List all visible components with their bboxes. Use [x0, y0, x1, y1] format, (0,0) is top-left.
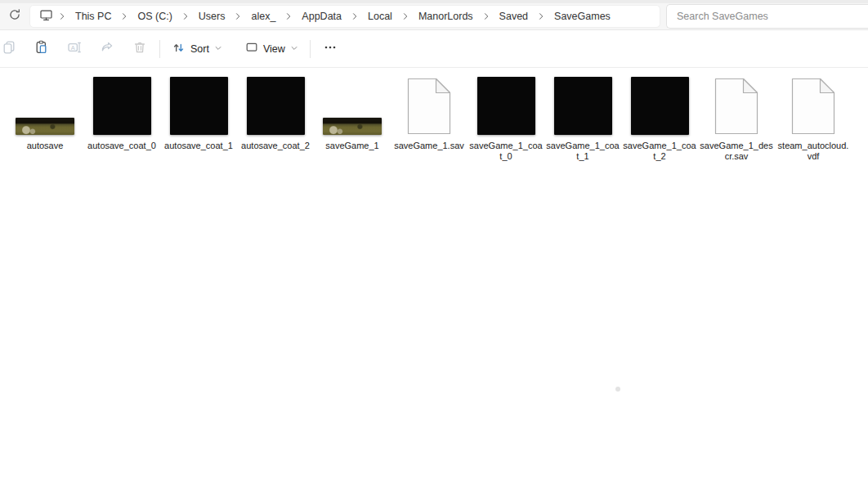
file-item[interactable]: steam_autocloud.vdf — [775, 70, 852, 161]
view-layout-icon — [245, 41, 258, 56]
rename-button[interactable]: A — [58, 35, 91, 63]
file-icon-box — [237, 70, 314, 135]
save-screenshot-thumbnail — [323, 118, 382, 135]
file-icon-box — [160, 70, 237, 135]
svg-text:A: A — [71, 43, 75, 51]
file-label: autosave_coat_1 — [164, 141, 233, 151]
file-grid: autosaveautosave_coat_0autosave_coat_1au… — [0, 68, 868, 161]
document-file-icon — [714, 78, 758, 135]
chevron-down-icon — [290, 43, 298, 55]
search-input[interactable] — [666, 4, 868, 29]
paste-button[interactable] — [25, 35, 58, 63]
copy-button[interactable] — [0, 35, 25, 63]
black-square-thumbnail — [93, 77, 151, 135]
black-square-thumbnail — [477, 77, 535, 135]
chevron-right-icon — [119, 7, 130, 26]
breadcrumb-item[interactable]: Users — [191, 7, 233, 26]
file-icon-box — [391, 70, 468, 135]
sort-arrows-icon — [172, 41, 186, 57]
breadcrumb-item[interactable]: Local — [360, 7, 400, 26]
file-label: saveGame_1_coat_1 — [545, 141, 620, 161]
breadcrumb-item[interactable]: Saved — [492, 7, 535, 26]
refresh-icon — [8, 8, 21, 25]
black-square-thumbnail — [170, 77, 228, 135]
more-options-button[interactable] — [314, 35, 347, 63]
file-label: steam_autocloud.vdf — [776, 141, 851, 161]
navigation-bar: This PCOS (C:)Usersalex_AppDataLocalMano… — [0, 3, 868, 30]
file-label: saveGame_1_coat_2 — [622, 141, 697, 161]
paste-icon — [34, 40, 49, 58]
chevron-right-icon — [535, 7, 547, 26]
chevron-right-icon — [180, 7, 191, 26]
file-label: saveGame_1_descr.sav — [699, 141, 774, 161]
delete-button[interactable] — [123, 35, 156, 63]
file-item[interactable]: saveGame_1 — [314, 70, 391, 151]
save-screenshot-thumbnail — [16, 118, 74, 135]
chevron-right-icon — [481, 7, 492, 26]
sort-button-label: Sort — [190, 43, 209, 55]
file-item[interactable]: saveGame_1_coat_1 — [544, 70, 621, 161]
this-pc-monitor-icon — [39, 8, 53, 25]
file-label: saveGame_1_coat_0 — [468, 141, 544, 161]
file-item[interactable]: autosave_coat_1 — [160, 70, 237, 151]
file-icon-box — [544, 70, 621, 135]
rename-icon: A — [67, 40, 82, 58]
command-toolbar: A Sort View — [0, 30, 868, 68]
file-item[interactable]: autosave — [7, 70, 83, 151]
black-square-thumbnail — [247, 77, 305, 135]
file-item[interactable]: autosave_coat_2 — [237, 70, 314, 151]
file-item[interactable]: autosave_coat_0 — [83, 70, 160, 151]
breadcrumb-item[interactable]: ManorLords — [411, 7, 481, 26]
file-label: autosave — [27, 141, 64, 151]
breadcrumb: This PCOS (C:)Usersalex_AppDataLocalMano… — [56, 7, 618, 26]
chevron-right-icon — [400, 7, 411, 26]
file-icon-box — [83, 70, 160, 135]
share-button[interactable] — [91, 35, 123, 63]
chevron-right-icon — [349, 7, 360, 26]
breadcrumb-item[interactable]: This PC — [68, 7, 119, 26]
file-label: saveGame_1 — [325, 141, 378, 151]
delete-icon — [132, 40, 147, 58]
file-item[interactable]: saveGame_1_coat_2 — [621, 70, 698, 161]
view-button[interactable]: View — [237, 35, 306, 63]
cursor-dot-artifact — [615, 387, 620, 392]
file-icon-box — [698, 70, 775, 135]
breadcrumb-item[interactable]: alex_ — [244, 7, 283, 26]
toolbar-divider — [310, 40, 311, 58]
file-label: autosave_coat_0 — [87, 141, 156, 151]
breadcrumb-item[interactable]: OS (C:) — [130, 7, 179, 26]
chevron-right-icon — [56, 7, 68, 26]
refresh-button[interactable] — [0, 5, 29, 28]
file-label: saveGame_1.sav — [394, 141, 464, 151]
file-icon-box — [7, 70, 83, 135]
breadcrumb-item[interactable]: AppData — [294, 7, 349, 26]
file-item[interactable]: saveGame_1_coat_0 — [468, 70, 544, 161]
sort-button[interactable]: Sort — [163, 35, 230, 63]
breadcrumb-root-button[interactable] — [35, 7, 56, 26]
chevron-down-icon — [214, 43, 222, 55]
breadcrumb-item[interactable]: SaveGames — [547, 7, 618, 26]
copy-icon — [2, 40, 16, 58]
file-icon-box — [314, 70, 391, 135]
share-icon — [100, 40, 114, 58]
ellipsis-icon — [323, 40, 338, 58]
file-icon-box — [621, 70, 698, 135]
document-file-icon — [407, 78, 451, 135]
chevron-right-icon — [283, 7, 294, 26]
view-button-label: View — [263, 43, 285, 55]
breadcrumb-address-bar[interactable]: This PCOS (C:)Usersalex_AppDataLocalMano… — [29, 5, 660, 28]
toolbar-icon-group: A — [0, 35, 156, 63]
black-square-thumbnail — [631, 77, 689, 135]
file-icon-box — [468, 70, 544, 135]
black-square-thumbnail — [554, 77, 612, 135]
toolbar-divider — [159, 40, 160, 58]
document-file-icon — [791, 78, 835, 135]
chevron-right-icon — [232, 7, 244, 26]
file-label: autosave_coat_2 — [241, 141, 310, 151]
file-item[interactable]: saveGame_1.sav — [391, 70, 468, 151]
file-item[interactable]: saveGame_1_descr.sav — [698, 70, 775, 161]
file-icon-box — [775, 70, 852, 135]
